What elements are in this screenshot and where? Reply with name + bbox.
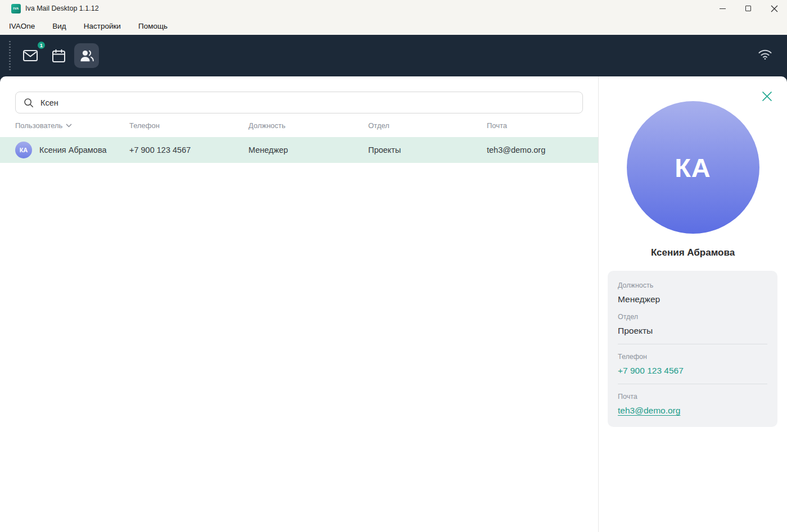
contact-avatar: КА [15, 142, 32, 158]
field-email: Почта teh3@demo.org [618, 391, 767, 417]
field-position-label: Должность [618, 281, 767, 289]
column-header-position[interactable]: Должность [248, 121, 368, 130]
mail-icon [23, 50, 38, 61]
connection-status [758, 49, 772, 62]
search-icon [24, 98, 34, 108]
column-header-user[interactable]: Пользователь [15, 121, 129, 130]
close-details-button[interactable] [761, 90, 773, 102]
field-phone: Телефон +7 900 123 4567 [618, 351, 767, 383]
contact-info-card: Должность Менеджер Отдел Проекты Телефон… [608, 271, 777, 427]
contact-name: Ксения Абрамова [39, 145, 107, 154]
contact-full-name: Ксения Абрамова [599, 247, 787, 258]
card-divider [618, 344, 767, 344]
field-phone-label: Телефон [618, 353, 767, 361]
card-divider [618, 384, 767, 384]
contact-phone: +7 900 123 4567 [129, 145, 248, 154]
field-department-value: Проекты [618, 326, 767, 336]
column-header-email[interactable]: Почта [487, 121, 598, 130]
close-icon [762, 91, 772, 102]
close-window-button[interactable] [761, 0, 787, 17]
contact-search [15, 92, 583, 113]
contact-user-cell: КА Ксения Абрамова [15, 142, 129, 158]
field-department-label: Отдел [618, 313, 767, 321]
calendar-nav-button[interactable] [46, 43, 71, 68]
menu-bar: IVAOne Вид Настройки Помощь [0, 17, 787, 35]
contacts-list-pane: Пользователь Телефон Должность Отдел Поч… [0, 76, 598, 532]
sort-chevron-down-icon [66, 124, 72, 128]
window-titlebar: IVA Iva Mail Desktop 1.1.12 [0, 0, 787, 17]
field-position-value: Менеджер [618, 294, 767, 304]
mail-unread-badge: 1 [37, 40, 46, 50]
contact-avatar-large: КА [627, 101, 759, 234]
field-email-value[interactable]: teh3@demo.org [618, 406, 767, 416]
menu-item-ivaone[interactable]: IVAOne [9, 22, 35, 30]
main-toolbar: 1 [0, 35, 787, 76]
menu-item-view[interactable]: Вид [52, 22, 66, 30]
contact-department: Проекты [368, 145, 487, 154]
menu-item-settings[interactable]: Настройки [84, 22, 121, 30]
content-area: Пользователь Телефон Должность Отдел Поч… [0, 76, 787, 532]
column-header-user-label: Пользователь [15, 121, 62, 130]
column-header-phone[interactable]: Телефон [129, 121, 248, 130]
calendar-icon [52, 49, 66, 63]
field-position: Должность Менеджер [618, 280, 767, 311]
maximize-button[interactable] [735, 0, 761, 17]
app-logo-icon: IVA [11, 4, 21, 13]
contact-row-selected[interactable]: КА Ксения Абрамова +7 900 123 4567 Менед… [0, 137, 598, 163]
wifi-icon [758, 49, 772, 60]
contact-position: Менеджер [248, 145, 368, 154]
titlebar-left: IVA Iva Mail Desktop 1.1.12 [0, 4, 709, 13]
maximize-icon [745, 6, 751, 11]
mail-nav-button[interactable]: 1 [18, 43, 43, 68]
contact-details-panel: КА Ксения Абрамова Должность Менеджер От… [599, 76, 787, 532]
window-controls [709, 0, 787, 17]
field-department: Отдел Проекты [618, 311, 767, 343]
field-phone-value[interactable]: +7 900 123 4567 [618, 366, 767, 376]
menu-item-help[interactable]: Помощь [138, 22, 168, 30]
search-input[interactable] [40, 98, 575, 107]
field-email-label: Почта [618, 393, 767, 401]
drag-handle-icon[interactable] [9, 41, 11, 70]
window-title: Iva Mail Desktop 1.1.12 [25, 4, 99, 12]
minimize-icon [720, 8, 726, 9]
close-window-icon [771, 5, 778, 12]
column-header-department[interactable]: Отдел [368, 121, 487, 130]
contacts-nav-button[interactable] [74, 43, 99, 68]
contact-email: teh3@demo.org [487, 145, 598, 154]
minimize-button[interactable] [709, 0, 735, 17]
table-header: Пользователь Телефон Должность Отдел Поч… [0, 113, 598, 137]
contacts-icon [79, 49, 94, 62]
app-shell: 1 [0, 35, 787, 532]
